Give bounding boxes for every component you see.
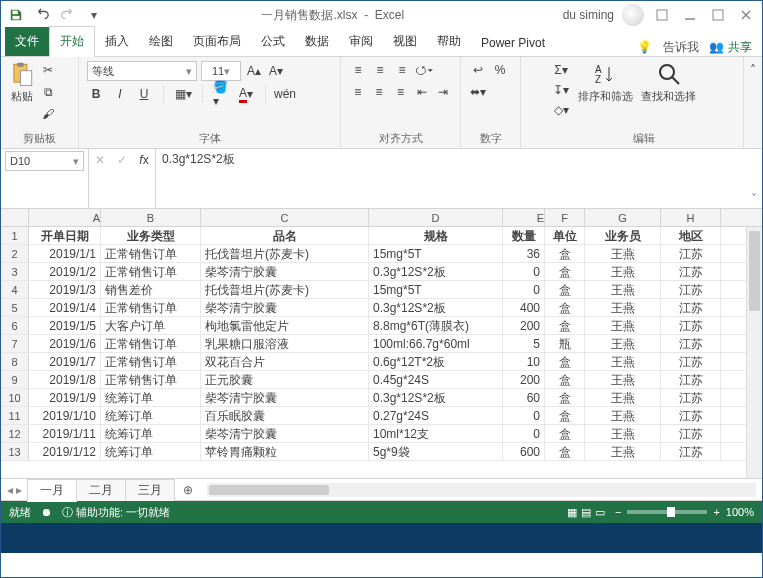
format-painter-icon[interactable]: 🖌 xyxy=(39,105,57,123)
row-header[interactable]: 6 xyxy=(1,317,29,334)
cell[interactable]: 0.3g*12S*2板 xyxy=(369,299,503,316)
page-layout-view-icon[interactable]: ▤ xyxy=(581,506,591,519)
cell[interactable]: 江苏 xyxy=(661,281,721,298)
cell[interactable]: 0.3g*12S*2板 xyxy=(369,263,503,280)
align-top-icon[interactable]: ≡ xyxy=(349,61,367,79)
cell[interactable]: 8.8mg*6T(薄膜衣) xyxy=(369,317,503,334)
cell[interactable]: 王燕 xyxy=(585,245,661,262)
cell[interactable]: 正常销售订单 xyxy=(101,371,201,388)
fx-icon[interactable]: fx xyxy=(135,151,153,169)
cell[interactable]: 江苏 xyxy=(661,425,721,442)
row-header[interactable]: 10 xyxy=(1,389,29,406)
cell[interactable]: 江苏 xyxy=(661,371,721,388)
header-cell[interactable]: 品名 xyxy=(201,227,369,244)
formula-input[interactable]: 0.3g*12S*2板 xyxy=(156,149,746,208)
cell[interactable]: 托伐普坦片(苏麦卡) xyxy=(201,281,369,298)
row-header[interactable]: 2 xyxy=(1,245,29,262)
cell[interactable]: 15mg*5T xyxy=(369,245,503,262)
row-header[interactable]: 1 xyxy=(1,227,29,244)
cell[interactable]: 江苏 xyxy=(661,245,721,262)
cell[interactable]: 江苏 xyxy=(661,335,721,352)
cell[interactable]: 王燕 xyxy=(585,335,661,352)
save-icon[interactable] xyxy=(7,6,25,24)
row-header[interactable]: 11 xyxy=(1,407,29,424)
zoom-in-icon[interactable]: + xyxy=(713,506,719,518)
font-name-combo[interactable]: 等线▾ xyxy=(87,61,197,81)
scrollbar-thumb[interactable] xyxy=(209,485,329,495)
cell[interactable]: 王燕 xyxy=(585,353,661,370)
header-cell[interactable]: 数量 xyxy=(503,227,545,244)
cell[interactable]: 江苏 xyxy=(661,407,721,424)
wrap-text-icon[interactable]: ↩ xyxy=(469,61,487,79)
cell[interactable]: 2019/1/2 xyxy=(29,263,101,280)
decrease-font-icon[interactable]: A▾ xyxy=(267,62,285,80)
tab-view[interactable]: 视图 xyxy=(383,27,427,56)
cell[interactable]: 双花百合片 xyxy=(201,353,369,370)
tab-formulas[interactable]: 公式 xyxy=(251,27,295,56)
cell[interactable]: 200 xyxy=(503,371,545,388)
align-center-icon[interactable]: ≡ xyxy=(370,83,387,101)
row-header[interactable]: 9 xyxy=(1,371,29,388)
cell[interactable]: 盒 xyxy=(545,245,585,262)
row-header[interactable]: 13 xyxy=(1,443,29,460)
bold-icon[interactable]: B xyxy=(87,85,105,103)
scrollbar-thumb[interactable] xyxy=(749,231,760,311)
col-header[interactable]: G xyxy=(585,209,661,226)
cell[interactable]: 江苏 xyxy=(661,317,721,334)
indent-increase-icon[interactable]: ⇥ xyxy=(435,83,452,101)
select-all-corner[interactable] xyxy=(1,209,29,226)
cell[interactable]: 江苏 xyxy=(661,389,721,406)
cell[interactable]: 正常销售订单 xyxy=(101,353,201,370)
row-header[interactable]: 7 xyxy=(1,335,29,352)
clear-icon[interactable]: ◇▾ xyxy=(552,101,570,119)
cell[interactable]: 盒 xyxy=(545,443,585,460)
fill-icon[interactable]: ↧▾ xyxy=(552,81,570,99)
cell[interactable]: 统筹订单 xyxy=(101,389,201,406)
redo-icon[interactable] xyxy=(59,6,77,24)
cell[interactable]: 0 xyxy=(503,425,545,442)
border-icon[interactable]: ▦▾ xyxy=(174,85,192,103)
italic-icon[interactable]: I xyxy=(111,85,129,103)
cell[interactable]: 2019/1/12 xyxy=(29,443,101,460)
close-icon[interactable] xyxy=(736,5,756,25)
zoom-control[interactable]: − + 100% xyxy=(615,506,754,518)
cell[interactable]: 柴芩清宁胶囊 xyxy=(201,425,369,442)
cell[interactable]: 盒 xyxy=(545,389,585,406)
cell[interactable]: 大客户订单 xyxy=(101,317,201,334)
cell[interactable]: 盒 xyxy=(545,281,585,298)
cell[interactable]: 托伐普坦片(苏麦卡) xyxy=(201,245,369,262)
col-header[interactable]: A xyxy=(29,209,101,226)
cell[interactable]: 王燕 xyxy=(585,443,661,460)
cell[interactable]: 2019/1/7 xyxy=(29,353,101,370)
zoom-slider[interactable] xyxy=(627,510,707,514)
phonetic-icon[interactable]: wén xyxy=(276,85,294,103)
cell[interactable]: 统筹订单 xyxy=(101,443,201,460)
tab-home[interactable]: 开始 xyxy=(49,26,95,57)
cell[interactable]: 正常销售订单 xyxy=(101,245,201,262)
cell[interactable]: 王燕 xyxy=(585,425,661,442)
cell[interactable]: 2019/1/9 xyxy=(29,389,101,406)
cell-reference-combo[interactable]: D10▾ xyxy=(5,151,84,171)
tab-help[interactable]: 帮助 xyxy=(427,27,471,56)
cell[interactable]: 0.45g*24S xyxy=(369,371,503,388)
row-header[interactable]: 5 xyxy=(1,299,29,316)
row-header[interactable]: 8 xyxy=(1,353,29,370)
tab-data[interactable]: 数据 xyxy=(295,27,339,56)
name-box[interactable]: D10▾ xyxy=(1,149,89,208)
cell[interactable]: 枸地氯雷他定片 xyxy=(201,317,369,334)
cut-icon[interactable]: ✂ xyxy=(39,61,57,79)
merge-center-icon[interactable]: ⬌▾ xyxy=(469,83,487,101)
cell[interactable]: 盒 xyxy=(545,317,585,334)
cell[interactable]: 柴芩清宁胶囊 xyxy=(201,299,369,316)
col-header[interactable]: B xyxy=(101,209,201,226)
align-right-icon[interactable]: ≡ xyxy=(392,83,409,101)
zoom-value[interactable]: 100% xyxy=(726,506,754,518)
cell[interactable]: 15mg*5T xyxy=(369,281,503,298)
cell[interactable]: 江苏 xyxy=(661,353,721,370)
cell[interactable]: 统筹订单 xyxy=(101,425,201,442)
number-format-icon[interactable]: % xyxy=(491,61,509,79)
orientation-icon[interactable]: ⭯▾ xyxy=(415,61,433,79)
cell[interactable]: 江苏 xyxy=(661,299,721,316)
cell[interactable]: 0 xyxy=(503,281,545,298)
enter-icon[interactable]: ✓ xyxy=(113,151,131,169)
